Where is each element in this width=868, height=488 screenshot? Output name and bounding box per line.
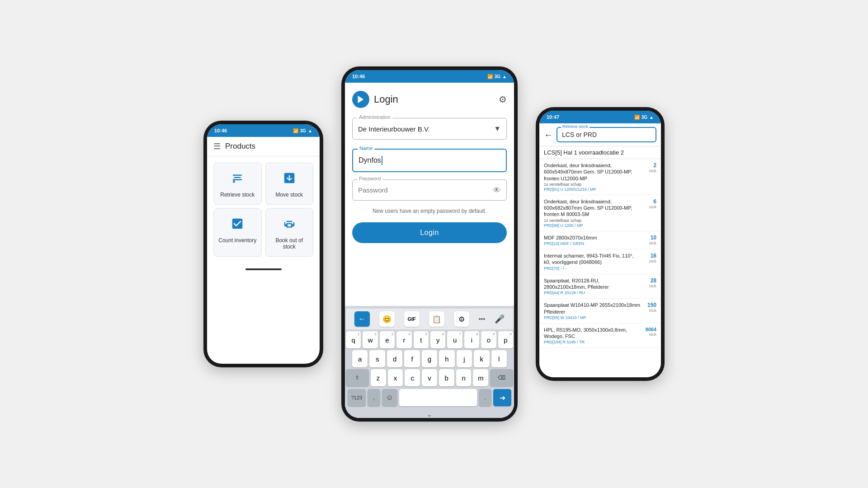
kb-i[interactable]: i8 — [464, 331, 479, 348]
retrieve-stock-button[interactable]: Retrieve stock — [213, 163, 262, 205]
kb-row-1: q1 w2 e3 r4 t5 y6 u7 i8 o9 p0 — [346, 331, 513, 348]
kb-c[interactable]: c — [405, 369, 420, 386]
stock-item-code-0: PRD[61] U 1200/U1233 / MP — [544, 187, 641, 192]
administration-dropdown[interactable]: Administration De Interieurbouwer B.V. ▼ — [352, 118, 507, 140]
stock-item-name-3: Intermat scharnier, 9943-TH45 Fix, 110°,… — [544, 253, 641, 266]
name-field-group: Name Dynfos — [352, 149, 507, 172]
kb-sticker-button[interactable]: 😊 — [379, 311, 395, 327]
kb-z[interactable]: z — [371, 369, 386, 386]
kb-v[interactable]: v — [422, 369, 437, 386]
kb-backspace[interactable]: ⌫ — [490, 369, 513, 386]
stock-item-name-0: Onderkast, deur linksdraaiend, 600x549x8… — [544, 162, 641, 182]
status-bar-right: 10:47 📶 3G ▲ — [539, 111, 661, 123]
kb-q[interactable]: q1 — [346, 331, 361, 348]
kb-f[interactable]: f — [404, 350, 420, 367]
status-bar-center: 10:46 📶 3G ▲ — [345, 70, 514, 83]
stock-unit-3: stuk — [641, 259, 656, 263]
settings-icon[interactable]: ⚙ — [499, 94, 507, 105]
stock-qty-0: 2 — [641, 162, 656, 169]
stock-item-6[interactable]: HPL, R5195-MO, 3050x1300x0,8mm, Wodego, … — [539, 324, 661, 348]
time-center: 10:46 — [352, 74, 365, 79]
dropdown-arrow: ▼ — [494, 125, 501, 133]
kb-e[interactable]: e3 — [380, 331, 395, 348]
status-icons-left: 📶 3G ▲ — [293, 128, 312, 133]
kb-m[interactable]: m — [473, 369, 488, 386]
kb-settings-button[interactable]: ⚙ — [454, 311, 469, 327]
administration-value: De Interieurbouwer B.V. — [358, 125, 494, 133]
kb-j[interactable]: j — [457, 350, 472, 367]
login-button[interactable]: Login — [352, 222, 507, 243]
count-inventory-button[interactable]: Count inventory — [213, 208, 262, 257]
kb-enter[interactable]: ➜ — [493, 389, 511, 406]
retrieve-stock-input[interactable]: LCS or PRD — [562, 131, 597, 138]
password-input[interactable] — [353, 180, 506, 200]
kb-more-button[interactable]: ••• — [479, 315, 486, 323]
book-out-stock-button[interactable]: Book out of stock — [265, 208, 314, 257]
battery-icon-right: ▲ — [649, 115, 654, 120]
kb-h[interactable]: h — [439, 350, 454, 367]
kb-k[interactable]: k — [474, 350, 489, 367]
login-form: Administration De Interieurbouwer B.V. ▼… — [345, 114, 514, 306]
name-input-value[interactable]: Dynfos — [359, 156, 381, 164]
kb-u[interactable]: u7 — [447, 331, 462, 348]
stock-item-4[interactable]: Spaanplaat, R20128-RU, 2800x2100x18mm, P… — [539, 274, 661, 299]
retrieve-stock-icon — [231, 171, 244, 188]
kb-w[interactable]: w2 — [363, 331, 377, 348]
kb-comma[interactable]: , — [368, 389, 380, 406]
kb-y[interactable]: y6 — [430, 331, 445, 348]
network-right: 3G — [642, 115, 647, 120]
stock-item-code-5: PRD[55] W 10410 / MP — [544, 315, 641, 320]
stock-item-1[interactable]: Onderkast, deur linksdraaiend, 600x682x8… — [539, 195, 661, 231]
administration-label: Administration — [357, 114, 392, 120]
kb-period[interactable]: . — [479, 389, 491, 406]
kb-t[interactable]: t5 — [414, 331, 429, 348]
back-arrow[interactable]: ← — [544, 130, 553, 140]
password-label: Password — [357, 176, 382, 181]
kb-s[interactable]: s — [369, 350, 385, 367]
kb-symbols[interactable]: ?123 — [348, 389, 366, 406]
stock-item-3[interactable]: Intermat scharnier, 9943-TH45 Fix, 110°,… — [539, 249, 661, 274]
kb-space[interactable] — [399, 389, 477, 406]
retrieve-input-wrap[interactable]: Retrieve stock LCS or PRD — [557, 127, 656, 142]
kb-x[interactable]: x — [388, 369, 403, 386]
kb-l[interactable]: l — [491, 350, 507, 367]
move-stock-icon — [283, 171, 296, 188]
status-icons-right: 📶 3G ▲ — [634, 115, 654, 120]
stock-qty-4: 28 — [641, 277, 656, 284]
kb-shift[interactable]: ⇧ — [346, 369, 369, 386]
count-inventory-icon — [231, 217, 244, 234]
password-field-group: Password 👁 — [352, 179, 507, 201]
phone-left: 10:46 📶 3G ▲ ☰ Products Retrieve stock — [203, 121, 323, 367]
move-stock-button[interactable]: Move stock — [265, 163, 314, 205]
kb-chevron[interactable]: ⌄ — [346, 409, 513, 418]
hamburger-icon[interactable]: ☰ — [213, 141, 221, 151]
home-bar-left — [207, 263, 320, 276]
kb-p[interactable]: p0 — [498, 331, 513, 348]
toggle-password-icon[interactable]: 👁 — [493, 185, 501, 195]
kb-n[interactable]: n — [456, 369, 472, 386]
kb-gif-button[interactable]: GIF — [404, 311, 420, 327]
logo-area: Login — [352, 91, 398, 108]
kb-row-2: a s d f g h j k l — [346, 350, 513, 367]
kb-back-button[interactable]: ← — [354, 311, 370, 327]
kb-g[interactable]: g — [422, 350, 437, 367]
stock-qty-3: 16 — [641, 253, 656, 259]
kb-mic-button[interactable]: 🎤 — [495, 314, 505, 324]
kb-b[interactable]: b — [439, 369, 454, 386]
kb-d[interactable]: d — [387, 350, 402, 367]
kb-row-3: ⇧ z x c v b n m ⌫ — [346, 369, 513, 386]
retrieve-stock-label: Retrieve stock — [220, 192, 255, 198]
stock-item-0[interactable]: Onderkast, deur linksdraaiend, 600x549x8… — [539, 159, 661, 195]
stock-item-5[interactable]: Spaanplaat W10410-MP 2655x2100x18mm Pfle… — [539, 299, 661, 324]
kb-o[interactable]: o9 — [481, 331, 496, 348]
kb-r[interactable]: r4 — [396, 331, 411, 348]
stock-item-name-6: HPL, R5195-MO, 3050x1300x0,8mm, Wodego, … — [544, 327, 641, 340]
status-icons-center: 📶 3G ▲ — [487, 74, 507, 79]
kb-a[interactable]: a — [352, 350, 368, 367]
kb-clipboard-button[interactable]: 📋 — [429, 311, 444, 327]
app-logo — [352, 91, 369, 108]
stock-item-2[interactable]: MDF 2800x2070x16mm PRD[14] MDF / GEEN 10… — [539, 231, 661, 249]
kb-emoji[interactable]: ☺ — [382, 389, 397, 406]
book-out-stock-icon — [283, 217, 296, 234]
network-left: 3G — [300, 128, 306, 133]
